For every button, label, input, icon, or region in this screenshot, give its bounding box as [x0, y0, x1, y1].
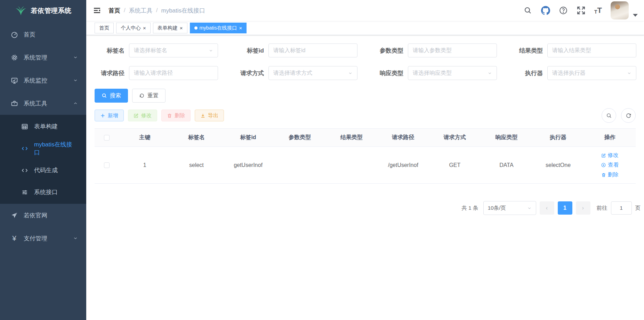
request-method-select[interactable]: 请选择请求方式: [268, 66, 357, 80]
export-button[interactable]: 导出: [195, 110, 224, 121]
table-toolbar: 新增 修改 删除 导出: [95, 108, 636, 123]
navbar-right-tools: TT: [523, 1, 638, 19]
cell-request-method: GET: [429, 160, 481, 170]
tab-profile[interactable]: 个人中心 ×: [116, 23, 151, 33]
sidebar-item-official-site[interactable]: 若依官网: [0, 204, 86, 227]
sidebar-item-system-tools[interactable]: 系统工具: [0, 92, 86, 115]
row-view-link[interactable]: 查看: [601, 161, 619, 169]
help-icon[interactable]: [559, 6, 568, 15]
pagination-total: 共 1 条: [461, 205, 478, 212]
sidebar-item-label: 代码生成: [34, 166, 58, 174]
show-search-toggle-button[interactable]: [602, 108, 616, 123]
select-all-checkbox[interactable]: [104, 135, 110, 141]
refresh-icon: [626, 113, 631, 119]
tag-name-select[interactable]: 请选择标签名: [129, 43, 218, 57]
tab-mybatis-api[interactable]: mybatis在线接口 ×: [190, 23, 247, 33]
refresh-table-button[interactable]: [621, 108, 636, 123]
toolbox-icon: [10, 99, 18, 107]
download-icon: [200, 113, 206, 118]
cell-tag-name: select: [171, 160, 223, 170]
main-area: 首页 / 系统工具 / mybatis在线接口: [86, 0, 644, 320]
executor-select[interactable]: 请选择执行器: [547, 66, 636, 80]
monitor-icon: [10, 77, 18, 84]
sidebar-item-label: mybatis在线接口: [34, 141, 78, 157]
field-result-type: 结果类型: [513, 43, 636, 57]
result-type-input[interactable]: [552, 47, 631, 54]
edit-button[interactable]: 修改: [128, 110, 157, 121]
goto-label: 前往: [597, 205, 607, 212]
request-path-input[interactable]: [134, 70, 213, 76]
row-edit-link[interactable]: 修改: [601, 152, 619, 159]
col-header: 标签id: [222, 132, 274, 143]
field-request-method: 请求方式 请选择请求方式: [234, 66, 357, 80]
table-row: 1 select getUserInof /getUserInof GET DA…: [95, 147, 636, 184]
header-search-icon[interactable]: [523, 6, 532, 15]
search-button[interactable]: 搜索: [95, 89, 128, 103]
goto-page-input[interactable]: [611, 201, 632, 215]
form-grid-icon: [21, 123, 29, 130]
pagination: 共 1 条 10条/页 ‹ 1 › 前往 页: [95, 201, 641, 215]
row-checkbox[interactable]: [104, 162, 110, 168]
search-actions: 搜索 重置: [95, 89, 636, 103]
col-header: 操作: [584, 132, 636, 143]
field-tag-id: 标签id: [234, 43, 357, 57]
font-size-icon[interactable]: TT: [594, 7, 602, 14]
sidebar-item-system-api[interactable]: 系统接口: [0, 181, 86, 203]
field-tag-name: 标签名 请选择标签名: [95, 43, 218, 57]
delete-button[interactable]: 删除: [161, 110, 191, 121]
close-icon[interactable]: ×: [143, 25, 146, 31]
param-type-input[interactable]: [413, 47, 492, 54]
page-number-button[interactable]: 1: [558, 201, 572, 215]
app-title: 若依管理系统: [31, 6, 72, 15]
github-icon[interactable]: [541, 6, 550, 15]
tag-id-input[interactable]: [273, 47, 353, 54]
field-response-type: 响应类型 请选择响应类型: [373, 66, 497, 80]
chevron-down-icon: [73, 236, 78, 241]
page-size-select[interactable]: 10条/页: [483, 201, 536, 215]
sidebar-item-home[interactable]: 首页: [0, 23, 86, 46]
sidebar-item-system-monitor[interactable]: 系统监控: [0, 69, 86, 92]
sidebar-item-mybatis-api[interactable]: mybatis在线接口: [0, 137, 86, 159]
trash-icon: [167, 113, 172, 118]
tab-form-builder[interactable]: 表单构建 ×: [153, 23, 187, 33]
chevron-down-icon: [527, 206, 532, 210]
close-icon[interactable]: ×: [239, 25, 242, 31]
sidebar-item-system-manage[interactable]: 系统管理: [0, 46, 86, 69]
sidebar-item-code-gen[interactable]: 代码生成: [0, 159, 86, 181]
cell-request-path: /getUserInof: [377, 160, 429, 170]
breadcrumb-section[interactable]: 系统工具: [129, 7, 153, 15]
prev-page-button[interactable]: ‹: [540, 201, 554, 215]
breadcrumb-home[interactable]: 首页: [108, 7, 120, 15]
col-header: 执行器: [532, 132, 584, 143]
sidebar-item-label: 首页: [24, 31, 35, 39]
sidebar: 若依管理系统 首页 系统管理: [0, 0, 86, 320]
breadcrumb: 首页 / 系统工具 / mybatis在线接口: [108, 7, 205, 15]
breadcrumb-current: mybatis在线接口: [161, 7, 205, 15]
sidebar-toggle-icon[interactable]: [92, 6, 102, 15]
row-delete-link[interactable]: 删除: [601, 171, 619, 178]
field-param-type: 参数类型: [373, 43, 497, 57]
reset-button[interactable]: 重置: [132, 89, 166, 103]
dashboard-icon: [10, 31, 18, 38]
trash-icon: [601, 173, 606, 177]
next-page-button[interactable]: ›: [576, 201, 590, 215]
add-button[interactable]: 新增: [95, 110, 124, 121]
avatar[interactable]: [611, 1, 629, 19]
sidebar-item-payment[interactable]: ¥ 支付管理: [0, 227, 86, 250]
sidebar-item-label: 表单构建: [34, 122, 58, 130]
app-logo[interactable]: 若依管理系统: [0, 0, 86, 22]
col-header: 主键: [119, 132, 171, 143]
col-header: 结果类型: [325, 132, 377, 143]
sidebar-item-label: 支付管理: [24, 234, 47, 242]
response-type-select[interactable]: 请选择响应类型: [408, 66, 497, 80]
col-header: 请求路径: [377, 132, 429, 143]
user-menu[interactable]: [611, 1, 638, 19]
close-icon[interactable]: ×: [180, 25, 183, 31]
cell-primary-key: 1: [119, 160, 171, 170]
field-request-path: 请求路径: [95, 66, 218, 80]
fullscreen-icon[interactable]: [577, 6, 586, 15]
sidebar-item-form-builder[interactable]: 表单构建: [0, 115, 86, 137]
tab-home[interactable]: 首页: [95, 23, 114, 33]
code-icon: [21, 145, 29, 152]
table-header-row: 主键 标签名 标签id 参数类型 结果类型 请求路径 请求方式 响应类型 执行器…: [95, 128, 636, 147]
